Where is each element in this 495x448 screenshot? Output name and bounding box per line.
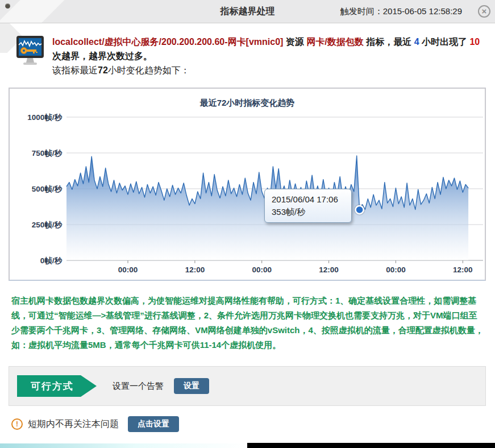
svg-text:12:00: 12:00 (453, 266, 473, 274)
alert-seg: 次越界，越界次数过多。 (52, 51, 152, 61)
trigger-time-value: 2015-06-05 12:58:29 (383, 6, 462, 16)
alert-text: localcollect/虚拟中心服务/200.200.200.60-网卡[vm… (52, 35, 486, 77)
trend-chart: 0帧/秒250帧/秒500帧/秒750帧/秒1000帧/秒00:0012:000… (10, 107, 486, 277)
alert-line-2: 该指标最近72小时变化趋势如下： (52, 63, 486, 77)
hours-value: 4 (414, 37, 419, 47)
trigger-time: 触发时间：2015-06-05 12:58:29 (340, 0, 462, 23)
tooltip-value: 353帧/秒 (272, 206, 344, 218)
action-bar: 可行方式 设置一个告警 设置 (9, 366, 486, 406)
resource-path: localcollect/虚拟中心服务/200.200.200.60-网卡[vm… (52, 37, 283, 47)
svg-text:1000帧/秒: 1000帧/秒 (27, 113, 63, 122)
tooltip-time: 2015/06/04 17:06 (272, 193, 344, 206)
monitor-metric-icon (14, 35, 47, 77)
svg-text:750帧/秒: 750帧/秒 (32, 149, 63, 157)
svg-text:12:00: 12:00 (185, 266, 205, 274)
svg-text:00:00: 00:00 (386, 266, 406, 274)
alert-seg: 小时出现了 (419, 37, 470, 47)
metric-name: 网卡/数据包数 (306, 37, 363, 47)
set-alarm-button[interactable]: 设置 (174, 378, 209, 394)
svg-text:00:00: 00:00 (252, 266, 272, 274)
trend-hours: 72 (98, 65, 108, 75)
ignore-note: 短期内不再关注本问题 (28, 418, 119, 430)
alert-seg: 资源 (283, 37, 306, 47)
overrun-count: 10 (469, 37, 480, 47)
close-button[interactable]: × (478, 5, 490, 18)
alert-summary: localcollect/虚拟中心服务/200.200.200.60-网卡[vm… (0, 23, 495, 77)
svg-text:12:00: 12:00 (319, 266, 339, 274)
svg-text:0帧/秒: 0帧/秒 (40, 256, 63, 265)
advice-text: 宿主机网卡数据包数越界次数偏高，为使智能运维对提高网络性能有帮助，可行方式：1、… (11, 293, 485, 352)
svg-text:250帧/秒: 250帧/秒 (32, 221, 63, 229)
trend-chart-panel: 最近72小时指标变化趋势 0帧/秒250帧/秒500帧/秒750帧/秒1000帧… (9, 88, 486, 281)
bottom-strip-left (0, 443, 247, 448)
chart-tooltip: 2015/06/04 17:06 353帧/秒 (264, 189, 352, 223)
alert-seg: 该指标最近 (52, 65, 98, 75)
trigger-time-label: 触发时间： (340, 6, 383, 16)
dialog-header: 指标越界处理 触发时间：2015-06-05 12:58:29 × (0, 0, 495, 23)
set-alarm-prompt: 设置一个告警 (113, 381, 164, 392)
warning-icon: ! (11, 418, 23, 430)
close-icon: × (482, 6, 487, 16)
ignore-row: ! 短期内不再关注本问题 点击设置 (11, 416, 495, 432)
bottom-strip-right (247, 443, 495, 448)
tooltip-marker (356, 206, 363, 213)
feasible-way-banner: 可行方式 (17, 375, 97, 397)
svg-text:500帧/秒: 500帧/秒 (32, 185, 63, 193)
alert-seg: 小时变化趋势如下： (108, 65, 190, 75)
alert-line-1: localcollect/虚拟中心服务/200.200.200.60-网卡[vm… (52, 35, 486, 63)
click-setup-button[interactable]: 点击设置 (128, 416, 179, 432)
svg-text:00:00: 00:00 (118, 266, 138, 274)
alert-seg: 指标，最近 (364, 37, 414, 47)
